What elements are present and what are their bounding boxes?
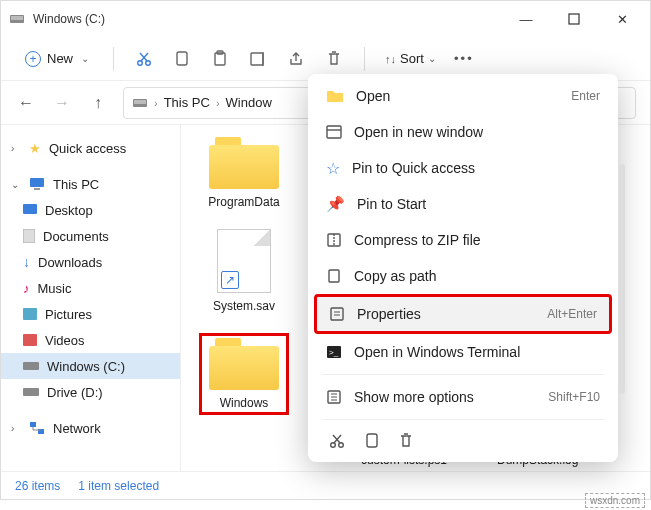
menu-copy-button[interactable] bbox=[364, 432, 380, 450]
thispc-label: This PC bbox=[53, 177, 99, 192]
chevron-down-icon: ⌄ bbox=[428, 53, 436, 64]
watermark: wsxdn.com bbox=[585, 493, 645, 508]
paste-button[interactable] bbox=[204, 43, 236, 75]
more-icon bbox=[326, 389, 342, 405]
close-button[interactable]: ✕ bbox=[602, 5, 642, 33]
picture-icon bbox=[23, 308, 37, 320]
svg-rect-16 bbox=[23, 308, 37, 320]
up-button[interactable]: ↑ bbox=[87, 94, 109, 112]
svg-rect-19 bbox=[23, 388, 39, 396]
menu-cut-button[interactable] bbox=[328, 432, 346, 450]
chevron-down-icon: ⌄ bbox=[11, 179, 21, 190]
title-bar: Windows (C:) ― ✕ bbox=[1, 1, 650, 37]
svg-rect-2 bbox=[569, 14, 579, 24]
menu-delete-button[interactable] bbox=[398, 432, 414, 450]
menu-scrollbar[interactable] bbox=[619, 164, 625, 394]
sidebar-network[interactable]: › Network bbox=[1, 415, 180, 441]
more-button[interactable]: ••• bbox=[448, 43, 480, 75]
svg-point-3 bbox=[138, 60, 143, 65]
menu-open[interactable]: Open Enter bbox=[314, 78, 612, 114]
separator bbox=[364, 47, 365, 71]
menu-icon-row bbox=[314, 424, 612, 452]
delete-button[interactable] bbox=[318, 43, 350, 75]
new-label: New bbox=[47, 51, 73, 66]
menu-compress-zip[interactable]: Compress to ZIP file bbox=[314, 222, 612, 258]
chevron-right-icon: › bbox=[154, 97, 158, 109]
back-button[interactable]: ← bbox=[15, 94, 37, 112]
menu-open-terminal[interactable]: >_ Open in Windows Terminal bbox=[314, 334, 612, 370]
copy-path-icon bbox=[326, 268, 342, 284]
share-button[interactable] bbox=[280, 43, 312, 75]
chevron-right-icon: › bbox=[11, 423, 21, 434]
menu-properties[interactable]: Properties Alt+Enter bbox=[314, 294, 612, 334]
sidebar: › ★ Quick access ⌄ This PC Desktop Docum… bbox=[1, 125, 181, 471]
svg-rect-22 bbox=[327, 126, 341, 138]
sidebar-item-videos[interactable]: Videos bbox=[1, 327, 180, 353]
copy-button[interactable] bbox=[166, 43, 198, 75]
svg-rect-15 bbox=[23, 229, 35, 243]
drive-icon bbox=[23, 386, 39, 398]
svg-point-36 bbox=[331, 443, 336, 448]
folder-windows-selected[interactable]: Windows bbox=[199, 333, 289, 415]
file-system-sav[interactable]: ↗ System.sav bbox=[199, 229, 289, 313]
star-icon: ☆ bbox=[326, 159, 340, 178]
crumb-current[interactable]: Window bbox=[226, 95, 272, 110]
svg-rect-11 bbox=[134, 100, 146, 104]
svg-rect-12 bbox=[30, 178, 44, 187]
menu-show-more[interactable]: Show more options Shift+F10 bbox=[314, 379, 612, 415]
menu-pin-start[interactable]: 📌 Pin to Start bbox=[314, 186, 612, 222]
sidebar-item-music[interactable]: ♪Music bbox=[1, 275, 180, 301]
forward-button[interactable]: → bbox=[51, 94, 73, 112]
video-icon bbox=[23, 334, 37, 346]
window-title: Windows (C:) bbox=[33, 12, 105, 26]
new-button[interactable]: + New ⌄ bbox=[15, 47, 99, 71]
menu-pin-quick[interactable]: ☆ Pin to Quick access bbox=[314, 150, 612, 186]
menu-copy-path[interactable]: Copy as path bbox=[314, 258, 612, 294]
folder-label: ProgramData bbox=[199, 195, 289, 209]
rename-button[interactable] bbox=[242, 43, 274, 75]
folder-label: Windows bbox=[204, 396, 284, 410]
maximize-button[interactable] bbox=[554, 5, 594, 33]
sort-button[interactable]: ↑↓ Sort ⌄ bbox=[379, 51, 442, 66]
folder-icon bbox=[209, 338, 279, 390]
chevron-down-icon: ⌄ bbox=[81, 53, 89, 64]
terminal-icon: >_ bbox=[326, 345, 342, 359]
svg-text:>_: >_ bbox=[329, 348, 339, 357]
sort-icon: ↑↓ bbox=[385, 53, 396, 65]
drive-icon bbox=[23, 360, 39, 372]
item-count: 26 items bbox=[15, 479, 60, 493]
svg-rect-38 bbox=[367, 434, 377, 447]
sidebar-item-desktop[interactable]: Desktop bbox=[1, 197, 180, 223]
download-icon: ↓ bbox=[23, 254, 30, 270]
svg-rect-14 bbox=[23, 204, 37, 214]
crumb-thispc[interactable]: This PC bbox=[164, 95, 210, 110]
cut-button[interactable] bbox=[128, 43, 160, 75]
svg-rect-6 bbox=[215, 53, 225, 65]
sidebar-item-documents[interactable]: Documents bbox=[1, 223, 180, 249]
status-bar: 26 items 1 item selected bbox=[1, 471, 650, 499]
folder-programdata[interactable]: ProgramData bbox=[199, 137, 289, 209]
chevron-right-icon: › bbox=[11, 143, 21, 154]
monitor-icon bbox=[29, 177, 45, 191]
drive-icon bbox=[132, 95, 148, 111]
svg-rect-1 bbox=[11, 16, 23, 20]
sidebar-item-windows-c[interactable]: Windows (C:) bbox=[1, 353, 180, 379]
folder-icon bbox=[209, 137, 279, 189]
svg-point-37 bbox=[339, 443, 344, 448]
sidebar-item-drive-d[interactable]: Drive (D:) bbox=[1, 379, 180, 405]
sidebar-this-pc[interactable]: ⌄ This PC bbox=[1, 171, 180, 197]
music-icon: ♪ bbox=[23, 281, 30, 296]
folder-open-icon bbox=[326, 88, 344, 104]
svg-rect-5 bbox=[177, 52, 187, 65]
plus-icon: + bbox=[25, 51, 41, 67]
sidebar-item-downloads[interactable]: ↓Downloads bbox=[1, 249, 180, 275]
sidebar-item-pictures[interactable]: Pictures bbox=[1, 301, 180, 327]
minimize-button[interactable]: ― bbox=[506, 5, 546, 33]
pin-icon: 📌 bbox=[326, 195, 345, 213]
sidebar-quick-access[interactable]: › ★ Quick access bbox=[1, 135, 180, 161]
network-label: Network bbox=[53, 421, 101, 436]
svg-rect-17 bbox=[23, 334, 37, 346]
menu-open-new-window[interactable]: Open in new window bbox=[314, 114, 612, 150]
shortcut-badge-icon: ↗ bbox=[221, 271, 239, 289]
menu-separator bbox=[322, 419, 604, 420]
